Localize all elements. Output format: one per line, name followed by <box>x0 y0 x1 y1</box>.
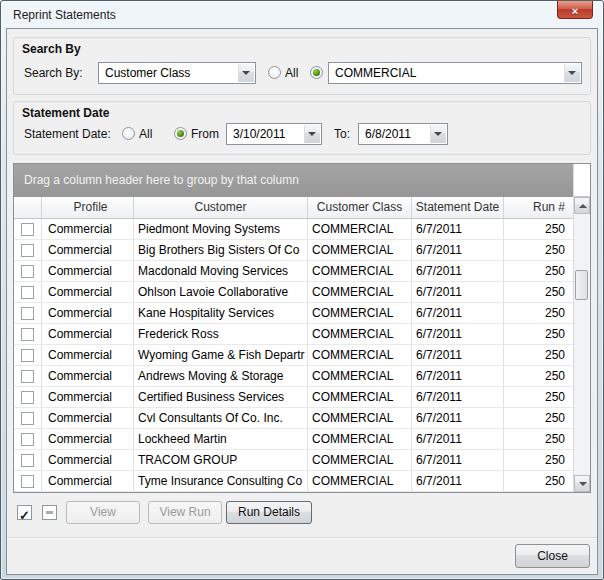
header-profile[interactable]: Profile <box>42 197 134 218</box>
from-date-dropdown[interactable]: 3/10/2011 <box>226 123 322 145</box>
row-checkbox-cell <box>14 471 42 492</box>
scrollbar-thumb[interactable] <box>575 270 588 300</box>
dialog-client-area: Search By Search By: Customer Class All … <box>6 28 598 575</box>
row-checkbox[interactable] <box>21 265 34 278</box>
search-by-field-value: Customer Class <box>105 66 190 80</box>
search-all-radio[interactable] <box>268 66 281 79</box>
dropdown-arrow-button[interactable] <box>430 125 446 143</box>
close-button[interactable]: Close <box>515 544 590 568</box>
cell-customer: Wyoming Game & Fish Departr <box>134 345 308 366</box>
cell-statement-date: 6/7/2011 <box>412 345 504 366</box>
cell-customer: Lockheed Martin <box>134 429 308 450</box>
cell-customer-class: COMMERCIAL <box>308 261 412 282</box>
row-checkbox-cell <box>14 387 42 408</box>
cell-run-number: 250 <box>504 471 573 492</box>
cell-statement-date: 6/7/2011 <box>412 471 504 492</box>
to-date-dropdown[interactable]: 6/8/2011 <box>358 123 448 145</box>
cell-statement-date: 6/7/2011 <box>412 219 504 240</box>
cell-customer-class: COMMERCIAL <box>308 408 412 429</box>
date-from-radio[interactable] <box>174 127 187 140</box>
cell-customer: Piedmont Moving Systems <box>134 219 308 240</box>
row-checkbox[interactable] <box>21 286 34 299</box>
vertical-scrollbar[interactable] <box>573 164 590 492</box>
row-checkbox-cell <box>14 324 42 345</box>
table-row[interactable]: Commercial Tyme Insurance Consulting Co … <box>14 471 573 492</box>
cell-customer-class: COMMERCIAL <box>308 324 412 345</box>
table-row[interactable]: Commercial Ohlson Lavoie Collaborative C… <box>14 282 573 303</box>
scroll-down-button[interactable] <box>574 475 590 492</box>
table-row[interactable]: Commercial Lockheed Martin COMMERCIAL 6/… <box>14 429 573 450</box>
cell-customer: Big Brothers Big Sisters Of Co <box>134 240 308 261</box>
table-row[interactable]: Commercial TRACOM GROUP COMMERCIAL 6/7/2… <box>14 450 573 471</box>
title-bar[interactable]: Reprint Statements × <box>1 1 603 28</box>
table-row[interactable]: Commercial Kane Hospitality Services COM… <box>14 303 573 324</box>
cell-profile: Commercial <box>42 261 134 282</box>
view-button[interactable]: View <box>66 501 140 524</box>
row-checkbox[interactable] <box>21 370 34 383</box>
close-icon: × <box>572 5 578 17</box>
header-customer-class[interactable]: Customer Class <box>308 197 412 218</box>
row-checkbox[interactable] <box>21 349 34 362</box>
row-checkbox[interactable] <box>21 391 34 404</box>
table-row[interactable]: Commercial Andrews Moving & Storage COMM… <box>14 366 573 387</box>
header-checkbox-column <box>14 197 42 218</box>
row-checkbox[interactable] <box>21 328 34 341</box>
row-checkbox[interactable] <box>21 412 34 425</box>
row-checkbox[interactable] <box>21 454 34 467</box>
row-checkbox[interactable] <box>21 223 34 236</box>
cell-statement-date: 6/7/2011 <box>412 240 504 261</box>
table-row[interactable]: Commercial Cvl Consultants Of Co. Inc. C… <box>14 408 573 429</box>
search-by-value-dropdown[interactable]: COMMERCIAL <box>328 62 582 84</box>
table-row[interactable]: Commercial Piedmont Moving Systems COMME… <box>14 219 573 240</box>
table-row[interactable]: Commercial Wyoming Game & Fish Departr C… <box>14 345 573 366</box>
date-all-radio[interactable] <box>122 127 135 140</box>
dropdown-arrow-button[interactable] <box>564 64 580 82</box>
dropdown-arrow-button[interactable] <box>238 64 254 82</box>
search-by-group-title: Search By <box>22 42 81 56</box>
cell-run-number: 250 <box>504 282 573 303</box>
row-checkbox[interactable] <box>21 475 34 488</box>
header-run-number[interactable]: Run # <box>504 197 573 218</box>
row-checkbox[interactable] <box>21 433 34 446</box>
select-all-checkbox[interactable]: ✓ <box>17 505 32 520</box>
scroll-up-button[interactable] <box>574 197 590 214</box>
chevron-down-icon <box>308 132 316 136</box>
row-checkbox[interactable] <box>21 307 34 320</box>
statement-date-group-title: Statement Date <box>22 106 109 120</box>
cell-run-number: 250 <box>504 240 573 261</box>
table-row[interactable]: Commercial Certified Business Services C… <box>14 387 573 408</box>
cell-customer-class: COMMERCIAL <box>308 345 412 366</box>
scrollbar-track[interactable] <box>574 214 590 475</box>
run-details-button[interactable]: Run Details <box>226 501 312 524</box>
row-checkbox-cell <box>14 282 42 303</box>
cell-run-number: 250 <box>504 261 573 282</box>
cell-statement-date: 6/7/2011 <box>412 387 504 408</box>
close-window-button[interactable]: × <box>557 1 593 19</box>
search-by-field-dropdown[interactable]: Customer Class <box>98 62 256 84</box>
row-checkbox-cell <box>14 366 42 387</box>
view-run-button[interactable]: View Run <box>148 501 222 524</box>
chevron-down-icon <box>568 71 576 75</box>
clear-selection-checkbox[interactable] <box>42 505 57 520</box>
cell-profile: Commercial <box>42 471 134 492</box>
table-row[interactable]: Commercial Macdonald Moving Services COM… <box>14 261 573 282</box>
search-value-radio[interactable] <box>310 66 323 79</box>
cell-profile: Commercial <box>42 366 134 387</box>
cell-profile: Commercial <box>42 387 134 408</box>
scrollbar-corner <box>574 164 590 197</box>
cell-run-number: 250 <box>504 324 573 345</box>
to-label: To: <box>334 123 350 145</box>
table-row[interactable]: Commercial Big Brothers Big Sisters Of C… <box>14 240 573 261</box>
statements-grid: Drag a column header here to group by th… <box>13 163 591 493</box>
cell-customer-class: COMMERCIAL <box>308 429 412 450</box>
cell-customer-class: COMMERCIAL <box>308 240 412 261</box>
row-checkbox[interactable] <box>21 244 34 257</box>
header-customer[interactable]: Customer <box>134 197 308 218</box>
cell-customer-class: COMMERCIAL <box>308 366 412 387</box>
cell-customer-class: COMMERCIAL <box>308 303 412 324</box>
cell-profile: Commercial <box>42 450 134 471</box>
header-statement-date[interactable]: Statement Date <box>412 197 504 218</box>
table-row[interactable]: Commercial Frederick Ross COMMERCIAL 6/7… <box>14 324 573 345</box>
date-from-radio-label: From <box>191 123 219 145</box>
dropdown-arrow-button[interactable] <box>304 125 320 143</box>
